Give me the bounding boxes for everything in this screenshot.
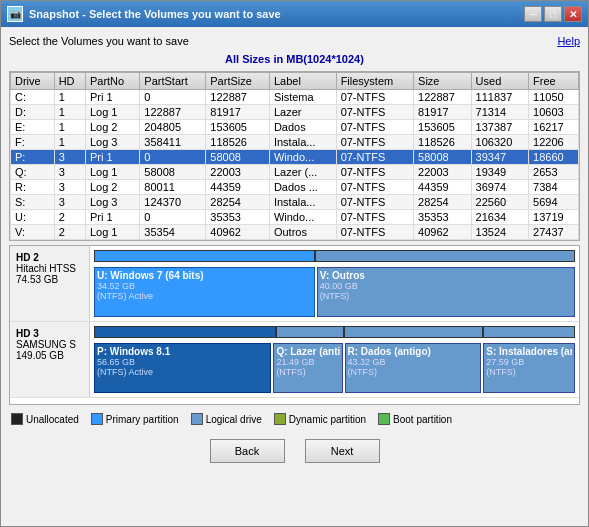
window-title: Snapshot - Select the Volumes you want t… <box>29 8 281 20</box>
legend-label-boot: Boot partition <box>393 414 452 425</box>
legend-box-primary <box>91 413 103 425</box>
table-row[interactable]: C:1Pri 10122887Sistema07-NTFS12288711183… <box>11 90 579 105</box>
col-used: Used <box>471 73 529 90</box>
partition-block[interactable]: Q: Lazer (antigo)21.49 GB(NTFS) <box>273 343 342 393</box>
disk-size: 74.53 GB <box>16 274 83 285</box>
disk-partitions: P: Windows 8.156.65 GB(NTFS) ActiveQ: La… <box>90 322 579 397</box>
partition-block[interactable]: P: Windows 8.156.65 GB(NTFS) Active <box>94 343 271 393</box>
table-row[interactable]: Q:3Log 15800822003Lazer (...07-NTFS22003… <box>11 165 579 180</box>
content-area: Select the Volumes you want to save Help… <box>1 27 588 526</box>
table-row[interactable]: D:1Log 112288781917Lazer07-NTFS819177131… <box>11 105 579 120</box>
instruction-text: Select the Volumes you want to save <box>9 35 189 47</box>
legend-boot: Boot partition <box>378 413 452 425</box>
window-controls: ─ □ ✕ <box>524 6 582 22</box>
legend-label-primary: Primary partition <box>106 414 179 425</box>
table-row[interactable]: R:3Log 28001144359Dados ...07-NTFS443593… <box>11 180 579 195</box>
main-window: 📷 Snapshot - Select the Volumes you want… <box>0 0 589 527</box>
partition-block[interactable]: R: Dados (antigo)43.32 GB(NTFS) <box>345 343 482 393</box>
legend-box-boot <box>378 413 390 425</box>
app-icon: 📷 <box>7 6 23 22</box>
legend-primary: Primary partition <box>91 413 179 425</box>
partition-size: 27.59 GB <box>486 357 572 367</box>
partition-size: 43.32 GB <box>348 357 479 367</box>
legend-unallocated: Unallocated <box>11 413 79 425</box>
partition-info: (NTFS) <box>320 291 572 301</box>
legend-logical: Logical drive <box>191 413 262 425</box>
partition-label: Q: Lazer (antigo) <box>276 346 339 357</box>
col-partno: PartNo <box>85 73 139 90</box>
legend-dynamic: Dynamic partition <box>274 413 366 425</box>
partition-block[interactable]: U: Windows 7 (64 bits)34.52 GB(NTFS) Act… <box>94 267 315 317</box>
title-bar-left: 📷 Snapshot - Select the Volumes you want… <box>7 6 281 22</box>
back-button[interactable]: Back <box>210 439 285 463</box>
partition-block[interactable]: S: Instaladores (an27.59 GB(NTFS) <box>483 343 575 393</box>
col-size: Size <box>414 73 472 90</box>
disk-label: HD 3SAMSUNG S149.05 GB <box>10 322 90 397</box>
volumes-table-container[interactable]: Drive HD PartNo PartStart PartSize Label… <box>9 71 580 241</box>
table-row[interactable]: V:2Log 13535440962Outros07-NTFS409621352… <box>11 225 579 240</box>
partition-size: 21.49 GB <box>276 357 339 367</box>
legend-box-logical <box>191 413 203 425</box>
partition-label: P: Windows 8.1 <box>97 346 268 357</box>
legend-box-unallocated <box>11 413 23 425</box>
legend-label-dynamic: Dynamic partition <box>289 414 366 425</box>
disk-entry: HD 3SAMSUNG S149.05 GBP: Windows 8.156.6… <box>10 322 579 398</box>
partition-block[interactable]: V: Outros40.00 GB(NTFS) <box>317 267 575 317</box>
partition-label: U: Windows 7 (64 bits) <box>97 270 312 281</box>
disk-label: HD 2Hitachi HTSS74.53 GB <box>10 246 90 321</box>
partition-label: V: Outros <box>320 270 572 281</box>
col-label: Label <box>269 73 336 90</box>
button-row: Back Next <box>9 433 580 467</box>
volumes-table: Drive HD PartNo PartStart PartSize Label… <box>10 72 579 240</box>
legend-label-unallocated: Unallocated <box>26 414 79 425</box>
maximize-button[interactable]: □ <box>544 6 562 22</box>
partition-size: 34.52 GB <box>97 281 312 291</box>
top-bar: Select the Volumes you want to save Help <box>9 35 580 47</box>
table-row[interactable]: F:1Log 3358411118526Instala...07-NTFS118… <box>11 135 579 150</box>
next-button[interactable]: Next <box>305 439 380 463</box>
disk-entry: HD 2Hitachi HTSS74.53 GBU: Windows 7 (64… <box>10 246 579 322</box>
partition-info: (NTFS) <box>348 367 479 377</box>
close-button[interactable]: ✕ <box>564 6 582 22</box>
partitions-row: U: Windows 7 (64 bits)34.52 GB(NTFS) Act… <box>94 267 575 317</box>
disk-name: HD 3 <box>16 328 83 339</box>
col-partstart: PartStart <box>140 73 206 90</box>
disk-size: 149.05 GB <box>16 350 83 361</box>
col-partsize: PartSize <box>206 73 270 90</box>
minimize-button[interactable]: ─ <box>524 6 542 22</box>
disk-visual-container[interactable]: HD 2Hitachi HTSS74.53 GBU: Windows 7 (64… <box>9 245 580 405</box>
col-hd: HD <box>54 73 85 90</box>
table-row[interactable]: E:1Log 2204805153605Dados07-NTFS15360513… <box>11 120 579 135</box>
title-bar: 📷 Snapshot - Select the Volumes you want… <box>1 1 588 27</box>
table-body: C:1Pri 10122887Sistema07-NTFS12288711183… <box>11 90 579 240</box>
partition-info: (NTFS) Active <box>97 367 268 377</box>
disk-model: SAMSUNG S <box>16 339 83 350</box>
col-drive: Drive <box>11 73 55 90</box>
help-link[interactable]: Help <box>557 35 580 47</box>
size-note: All Sizes in MB(1024*1024) <box>9 53 580 65</box>
table-header-row: Drive HD PartNo PartStart PartSize Label… <box>11 73 579 90</box>
disk-partitions: U: Windows 7 (64 bits)34.52 GB(NTFS) Act… <box>90 246 579 321</box>
legend-label-logical: Logical drive <box>206 414 262 425</box>
partition-info: (NTFS) Active <box>97 291 312 301</box>
table-row[interactable]: U:2Pri 1035353Windo...07-NTFS35353216341… <box>11 210 579 225</box>
disk-model: Hitachi HTSS <box>16 263 83 274</box>
table-row[interactable]: P:3Pri 1058008Windo...07-NTFS58008393471… <box>11 150 579 165</box>
partition-size: 56.65 GB <box>97 357 268 367</box>
partition-info: (NTFS) <box>486 367 572 377</box>
partition-label: R: Dados (antigo) <box>348 346 479 357</box>
partition-label: S: Instaladores (an <box>486 346 572 357</box>
disk-name: HD 2 <box>16 252 83 263</box>
col-filesystem: Filesystem <box>336 73 413 90</box>
partition-info: (NTFS) <box>276 367 339 377</box>
legend-box-dynamic <box>274 413 286 425</box>
partition-size: 40.00 GB <box>320 281 572 291</box>
col-free: Free <box>529 73 579 90</box>
partitions-row: P: Windows 8.156.65 GB(NTFS) ActiveQ: La… <box>94 343 575 393</box>
legend-bar: Unallocated Primary partition Logical dr… <box>9 409 580 429</box>
table-row[interactable]: S:3Log 312437028254Instala...07-NTFS2825… <box>11 195 579 210</box>
